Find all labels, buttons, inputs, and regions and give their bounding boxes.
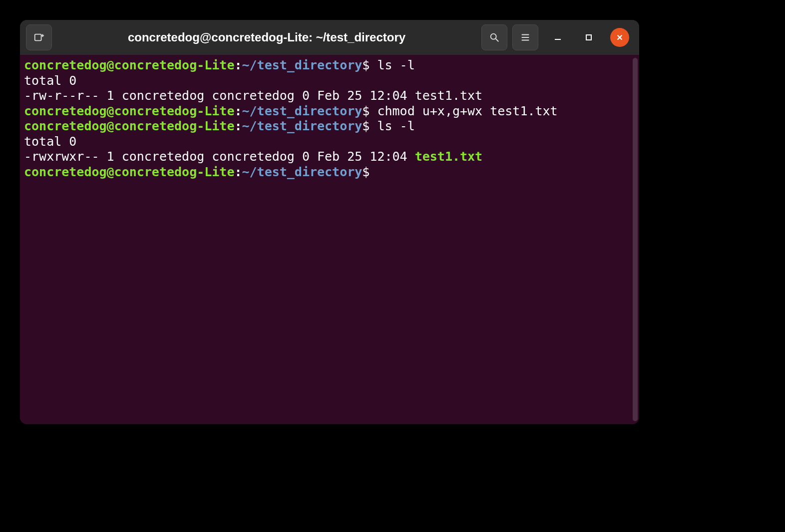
terminal-output-area[interactable]: concretedog@concretedog-Lite:~/test_dire…	[20, 55, 639, 424]
terminal-line: concretedog@concretedog-Lite:~/test_dire…	[24, 119, 635, 134]
prompt-path: ~/test_directory	[242, 165, 363, 179]
scrollbar[interactable]	[633, 58, 638, 421]
terminal-line: total 0	[24, 73, 635, 89]
terminal-line: concretedog@concretedog-Lite:~/test_dire…	[24, 58, 635, 73]
terminal-line: total 0	[24, 134, 635, 150]
command-text	[370, 165, 377, 179]
prompt-colon: :	[234, 119, 242, 133]
terminal-line: concretedog@concretedog-Lite:~/test_dire…	[24, 104, 635, 119]
prompt-colon: :	[234, 165, 242, 179]
maximize-button[interactable]	[579, 28, 598, 47]
prompt-path: ~/test_directory	[242, 119, 363, 133]
prompt-symbol: $	[362, 165, 370, 179]
terminal-window: concretedog@concretedog-Lite: ~/test_dir…	[20, 20, 639, 424]
command-text: chmod u+x,g+wx test1.txt	[370, 104, 557, 118]
search-button[interactable]	[481, 24, 507, 50]
window-title: concretedog@concretedog-Lite: ~/test_dir…	[57, 30, 476, 44]
prompt-path: ~/test_directory	[242, 58, 363, 72]
prompt-symbol: $	[362, 119, 370, 133]
command-text: ls -l	[370, 58, 414, 72]
prompt-user-host: concretedog@concretedog-Lite	[24, 104, 234, 118]
minimize-button[interactable]	[548, 28, 567, 47]
command-text: ls -l	[370, 119, 414, 133]
prompt-path: ~/test_directory	[242, 104, 363, 118]
svg-rect-0	[35, 34, 41, 41]
hamburger-menu-button[interactable]	[512, 24, 538, 50]
svg-rect-9	[586, 35, 591, 40]
terminal-line: concretedog@concretedog-Lite:~/test_dire…	[24, 165, 635, 180]
titlebar: concretedog@concretedog-Lite: ~/test_dir…	[20, 20, 639, 55]
prompt-symbol: $	[362, 58, 370, 72]
close-button[interactable]	[610, 28, 629, 47]
prompt-user-host: concretedog@concretedog-Lite	[24, 119, 234, 133]
prompt-symbol: $	[362, 104, 370, 118]
new-tab-button[interactable]	[26, 24, 52, 50]
prompt-colon: :	[234, 58, 242, 72]
terminal-line: -rw-r--r-- 1 concretedog concretedog 0 F…	[24, 88, 635, 104]
prompt-colon: :	[234, 104, 242, 118]
window-controls	[548, 28, 629, 47]
ls-entry-prefix: -rwxrwxr-- 1 concretedog concretedog 0 F…	[24, 149, 415, 164]
prompt-user-host: concretedog@concretedog-Lite	[24, 58, 234, 72]
terminal-line: -rwxrwxr-- 1 concretedog concretedog 0 F…	[24, 149, 635, 165]
executable-filename: test1.txt	[415, 149, 482, 164]
svg-line-4	[496, 39, 499, 42]
svg-point-3	[491, 34, 496, 39]
prompt-user-host: concretedog@concretedog-Lite	[24, 165, 234, 179]
